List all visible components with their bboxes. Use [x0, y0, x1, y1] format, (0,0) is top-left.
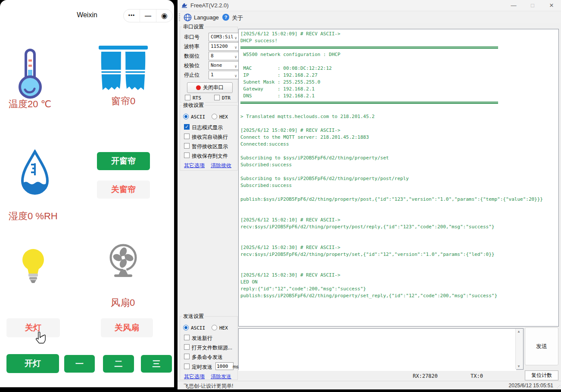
more-icon[interactable]: ••• [124, 9, 140, 22]
minimize-icon[interactable]: — [140, 9, 156, 22]
send-ascii-radio[interactable] [183, 325, 189, 330]
multi-command-label: 多条命令发送 [192, 354, 223, 361]
close-curtain-button[interactable]: 关窗帘 [97, 180, 150, 199]
dtr-label: DTR [222, 95, 231, 101]
send-ascii-label: ASCII [191, 325, 205, 331]
freeat-statusbar: 飞思创-让设计更简单! 2025/6/12 15:05:51 ⋰ [178, 381, 561, 389]
terminal-line: publish:$sys/iP2OB5FpF6/d2/thing/propert… [240, 292, 558, 299]
terminal-line: reply:{"id":"12","code":200,"msg":"succe… [240, 286, 558, 292]
send-scrollbar[interactable] [515, 329, 523, 369]
terminal-line [240, 210, 558, 217]
terminal-line: [2025/6/12 15:02:30] # RECV ASCII-> [240, 244, 558, 251]
status-datetime: 2025/6/12 15:05:51 [509, 383, 553, 389]
terminal-line: Subscribing to $sys/iP2OB5FpF6/d2/thing/… [240, 155, 558, 162]
maximize-icon[interactable]: □ [523, 0, 542, 11]
auto-newline-checkbox[interactable] [184, 134, 190, 139]
send-area [238, 328, 524, 370]
close-port-button[interactable]: 关闭串口 [187, 82, 233, 93]
terminal-line: MAC : 00:08:DC:12:22:12 [240, 65, 558, 72]
multi-command-checkbox[interactable] [184, 354, 190, 359]
terminal-line [240, 265, 558, 272]
curtain-status: 窗帘0 [99, 95, 148, 108]
fan-speed-3-button[interactable]: 三 [141, 355, 172, 373]
open-file-source-checkbox[interactable] [184, 344, 190, 350]
recv-ascii-radio[interactable] [183, 114, 189, 119]
terminal-line: Connected:success [240, 141, 558, 148]
weixin-capsule: ••• — ◉ [123, 9, 173, 22]
terminal-line: LED ON [240, 279, 558, 286]
light-bulb-icon [19, 248, 47, 285]
light-off-button[interactable]: 关灯 [6, 318, 60, 337]
terminal-line: [2025/6/12 15:02:09] # RECV ASCII-> [240, 31, 558, 37]
send-button[interactable]: 发送 [525, 327, 558, 365]
send-input[interactable] [239, 329, 516, 371]
rts-checkbox[interactable] [185, 95, 190, 100]
port-select[interactable]: COM3:Sil [209, 33, 239, 41]
recv-hex-label: HEX [219, 114, 228, 120]
terminal-separator [240, 100, 558, 106]
humidity-value: 湿度0 %RH [9, 210, 58, 223]
about-menu[interactable]: 关于 [232, 14, 243, 22]
toolbar-grip[interactable] [179, 13, 180, 21]
rx-counter: RX:27820 [413, 373, 438, 379]
timed-send-interval-input[interactable] [215, 362, 234, 370]
databits-select[interactable]: 8 [209, 52, 239, 60]
terminal-line [240, 168, 558, 175]
resize-grip-icon[interactable]: ⋰ [557, 385, 560, 389]
terminal-line: Subnet Mask : 255.255.255.0 [240, 79, 558, 86]
close-icon[interactable]: ✕ [542, 0, 561, 11]
auto-newline-label: 接收完自动换行 [192, 134, 228, 141]
receive-terminal[interactable]: [2025/6/12 15:02:09] # RECV ASCII->DHCP … [238, 29, 559, 327]
terminal-line: Connect to the MQTT server: 218.201.45.2… [240, 134, 558, 141]
reset-count-button[interactable]: 复位计数 [525, 370, 558, 380]
serial-settings-group: 串口设置 串口号 COM3:Sil 波特率 115200 数据位 8 校验位 N… [180, 27, 238, 103]
light-on-button[interactable]: 开灯 [6, 354, 59, 373]
terminal-line [240, 189, 558, 196]
fan-speed-1-button[interactable]: 一 [64, 355, 95, 373]
record-close-icon[interactable]: ◉ [156, 9, 172, 22]
status-slogan: 飞思创-让设计更简单! [184, 383, 233, 390]
fan-off-button[interactable]: 关风扇 [101, 318, 153, 337]
parity-select[interactable]: None [209, 61, 239, 70]
language-menu[interactable]: Language [194, 14, 219, 21]
fan-speed-2-button[interactable]: 二 [103, 355, 134, 373]
send-newline-checkbox[interactable] [184, 335, 190, 340]
clear-receive-link[interactable]: 清除接收 [211, 162, 231, 169]
rts-label: RTS [193, 95, 201, 101]
save-to-file-checkbox[interactable] [184, 152, 190, 158]
port-open-indicator-icon [196, 85, 201, 90]
terminal-line: [2025/6/12 15:02:10] # RECV ASCII-> [240, 217, 558, 224]
terminal-line: DHCP success! [240, 37, 558, 44]
log-mode-checkbox[interactable] [184, 124, 190, 130]
send-newline-label: 发送新行 [192, 335, 212, 342]
desktop: Weixin ••• — ◉ 温度20 ℃ [0, 0, 561, 392]
send-hex-label: HEX [219, 325, 228, 331]
recv-other-options-link[interactable]: 其它选项 [184, 162, 205, 169]
stopbits-select[interactable]: 1 [209, 71, 239, 79]
terminal-line: recv:$sys/iP2OB5FpF6/d2/thing/property/s… [240, 251, 558, 258]
recv-hex-radio[interactable] [212, 114, 217, 119]
terminal-line [240, 237, 558, 244]
thermometer-icon [16, 48, 44, 99]
freeat-toolbar: Language 关于 [178, 11, 561, 23]
humidity-icon [19, 149, 51, 199]
help-icon[interactable] [222, 14, 229, 21]
receive-settings-group: 接收设置 ASCII HEX 日志模式显示 接收完自动换行 暂停接收区显示 接收… [180, 105, 238, 171]
save-to-file-label: 接收保存到文件 [192, 152, 228, 160]
dtr-checkbox[interactable] [214, 95, 220, 100]
send-hex-radio[interactable] [212, 325, 217, 330]
send-other-options-link[interactable]: 其它选项 [184, 373, 205, 380]
clear-send-link[interactable]: 清除发送 [211, 373, 231, 380]
terminal-line: [2025/6/12 15:02:30] # RECV ASCII-> [240, 272, 558, 279]
minimize-icon[interactable]: — [504, 0, 523, 11]
timed-send-checkbox[interactable] [184, 364, 190, 369]
pause-display-checkbox[interactable] [184, 143, 190, 149]
send-settings-group: 发送设置 ASCII HEX 发送新行 打开文件数据源... 多条命令发送 定时… [180, 316, 238, 380]
freeat-logo-icon [181, 2, 188, 9]
baud-label: 波特率 [184, 43, 199, 50]
freeat-titlebar: FreeAT(V2.2.0) — □ ✕ [178, 0, 561, 11]
baud-select[interactable]: 115200 [209, 42, 239, 51]
open-curtain-button[interactable]: 开窗帘 [97, 152, 150, 170]
window-title: FreeAT(V2.2.0) [190, 2, 229, 9]
terminal-line [240, 230, 558, 237]
